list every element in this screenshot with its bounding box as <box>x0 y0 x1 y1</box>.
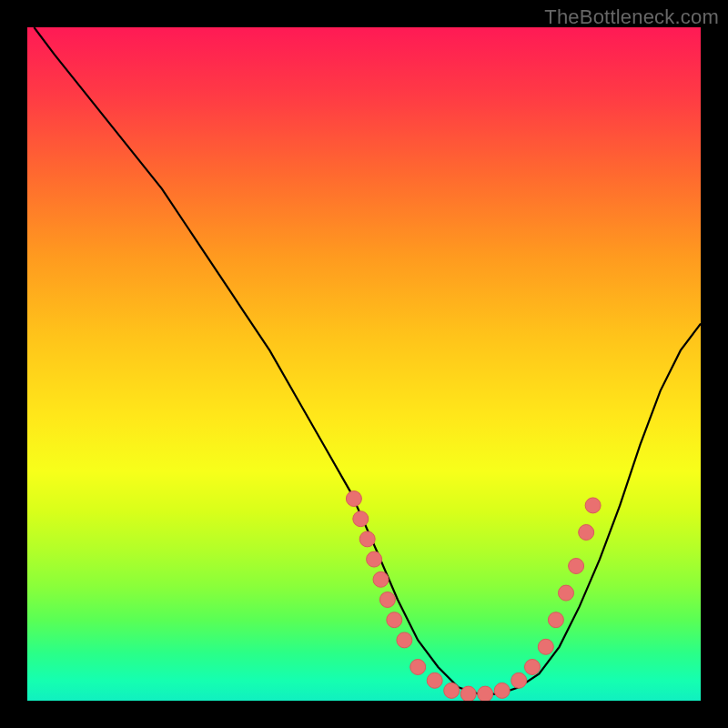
curve-marker <box>559 585 574 601</box>
curve-marker <box>353 511 369 527</box>
curve-marker <box>373 571 389 587</box>
curve-marker <box>387 612 402 628</box>
curve-marker <box>346 491 361 507</box>
curve-marker <box>525 660 541 675</box>
curve-marker <box>511 672 527 688</box>
curve-marker <box>538 639 553 654</box>
curve-marker <box>444 682 460 698</box>
watermark-label: TheBottleneck.com <box>544 5 719 29</box>
curve-marker <box>579 525 594 541</box>
bottleneck-curve-path <box>34 27 701 694</box>
chart-stage: TheBottleneck.com <box>0 0 728 728</box>
curve-marker-group <box>346 491 601 702</box>
curve-marker <box>410 660 426 675</box>
curve-marker <box>569 559 584 574</box>
curve-marker <box>379 592 395 608</box>
curve-marker <box>478 686 493 701</box>
bottleneck-curve-svg <box>27 27 701 701</box>
curve-marker <box>367 551 382 567</box>
curve-marker <box>460 686 476 701</box>
curve-marker <box>548 612 563 628</box>
curve-marker <box>427 672 442 688</box>
curve-marker <box>585 498 601 513</box>
curve-marker <box>359 531 375 547</box>
plot-gradient-area <box>27 27 701 701</box>
curve-marker <box>397 632 412 648</box>
curve-marker <box>494 682 510 698</box>
